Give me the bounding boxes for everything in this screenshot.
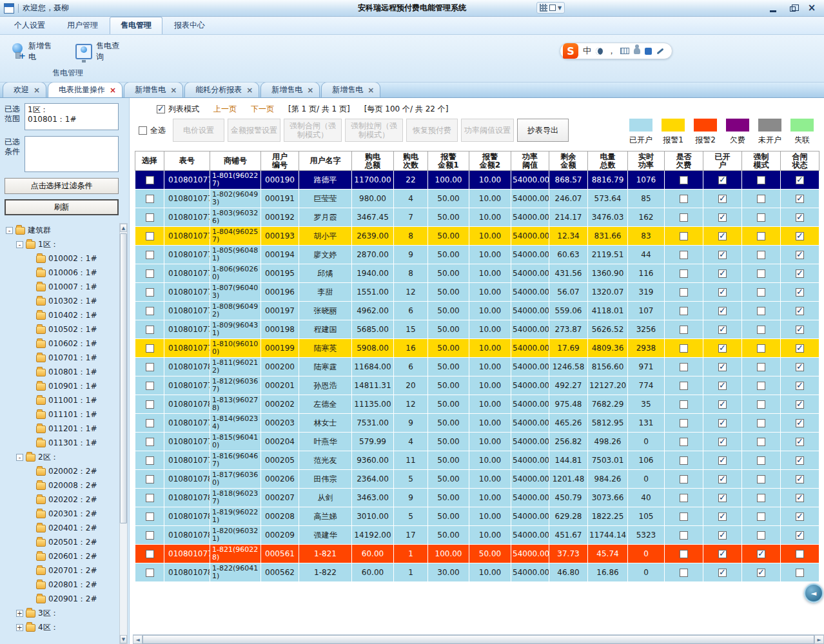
row-select-checkbox[interactable] (146, 569, 154, 577)
tree-node[interactable]: + 4区： (5, 620, 119, 634)
close-button[interactable]: × (803, 2, 820, 15)
forced-mode-checkbox[interactable] (757, 195, 765, 203)
arrears-checkbox[interactable] (680, 419, 688, 427)
table-row[interactable]: 010801077D1-814(960234)000203林女士7531.009… (135, 414, 819, 433)
document-tab[interactable]: 能耗分析报表 × (184, 82, 259, 97)
opened-checkbox[interactable] (718, 363, 727, 371)
switch-state-checkbox[interactable] (796, 400, 804, 409)
arrears-checkbox[interactable] (680, 363, 688, 371)
table-row[interactable]: 01080107761-803(960326)000192罗月霞3467.457… (135, 208, 819, 227)
switch-state-checkbox[interactable] (796, 251, 804, 259)
tree-node[interactable]: 020501：2# (5, 535, 119, 549)
action-button[interactable]: 强制合闸（强制模式） (284, 119, 342, 142)
tree-scrollbar-track[interactable] (120, 232, 127, 635)
arrears-checkbox[interactable] (680, 382, 688, 390)
document-tab[interactable]: 新增售电 × (260, 82, 320, 97)
forced-mode-checkbox[interactable] (757, 569, 765, 577)
row-select-checkbox[interactable] (146, 326, 154, 334)
document-tab[interactable]: 新增售电 × (124, 82, 183, 97)
forced-mode-checkbox[interactable] (757, 344, 765, 353)
switch-state-checkbox[interactable] (796, 550, 804, 558)
ime-punctuation[interactable]: ， (607, 45, 616, 57)
ime-chinese-mode[interactable]: 中 (583, 45, 591, 57)
arrears-checkbox[interactable] (680, 326, 688, 334)
tree-node[interactable]: 020401：2# (5, 521, 119, 535)
forced-mode-checkbox[interactable] (757, 288, 765, 297)
tree-node[interactable]: 010006：1# (5, 266, 119, 280)
ime-toolbar[interactable]: S 中 ， (560, 43, 672, 59)
arrears-checkbox[interactable] (680, 475, 688, 483)
row-select-checkbox[interactable] (146, 307, 154, 315)
arrears-checkbox[interactable] (680, 550, 688, 558)
switch-state-checkbox[interactable] (796, 569, 804, 577)
table-row[interactable]: 01080107741-801(960227)000190路德平11700.00… (135, 171, 819, 190)
select-all-toggle[interactable]: 全选 (139, 125, 166, 136)
tab-close-icon[interactable]: × (307, 86, 313, 95)
opened-checkbox[interactable] (718, 569, 727, 577)
forced-mode-checkbox[interactable] (757, 326, 765, 334)
row-select-checkbox[interactable] (146, 494, 154, 502)
opened-checkbox[interactable] (718, 475, 727, 483)
forced-mode-checkbox[interactable] (757, 363, 765, 371)
table-row[interactable]: 01080107791-821(960228)0005611-82160.001… (135, 545, 819, 563)
opened-checkbox[interactable] (718, 512, 727, 521)
tree-node[interactable]: 011001：1# (5, 393, 119, 407)
arrears-checkbox[interactable] (680, 438, 688, 446)
opened-checkbox[interactable] (718, 438, 727, 446)
action-button[interactable]: 电价设置 (173, 119, 224, 142)
opened-checkbox[interactable] (718, 232, 727, 240)
tree-expander-icon[interactable]: - (16, 454, 23, 461)
forced-mode-checkbox[interactable] (757, 550, 765, 558)
wrench-icon[interactable] (656, 48, 663, 54)
forced-mode-checkbox[interactable] (757, 456, 765, 465)
forced-mode-checkbox[interactable] (757, 269, 765, 278)
arrears-checkbox[interactable] (680, 213, 688, 222)
table-row[interactable]: 01080107861-819(960221)000208高兰娣3010.005… (135, 507, 819, 526)
document-tab[interactable]: 新增售电 × (321, 82, 380, 97)
tree-expander-icon[interactable]: + (16, 610, 23, 617)
dropdown-arrow-icon[interactable]: ▼ (558, 5, 562, 11)
table-row[interactable]: 01080107841-822(960411)0005621-82260.001… (135, 563, 819, 582)
keyboard-icon[interactable] (620, 48, 629, 54)
list-mode-checkbox[interactable] (157, 105, 165, 113)
action-button[interactable]: 抄表导出 (517, 119, 569, 142)
row-select-checkbox[interactable] (146, 531, 154, 540)
table-row[interactable]: 01080107811-818(960237)000207从剑3463.0095… (135, 489, 819, 507)
prev-page-link[interactable]: 上一页 (213, 104, 237, 115)
table-row[interactable]: 01080107751-802(960493)000191巨莹莹980.0045… (135, 190, 819, 208)
person-icon[interactable] (634, 48, 640, 54)
row-select-checkbox[interactable] (146, 419, 154, 427)
sale-query-button[interactable]: 售电查询 (72, 39, 130, 64)
collapse-panel-button[interactable]: ◄ (804, 583, 823, 603)
opened-checkbox[interactable] (718, 400, 727, 409)
sogou-logo-icon[interactable]: S (563, 43, 578, 59)
opened-checkbox[interactable] (718, 213, 727, 222)
opened-checkbox[interactable] (718, 326, 727, 334)
opened-checkbox[interactable] (718, 382, 727, 390)
opened-checkbox[interactable] (718, 251, 727, 259)
table-row[interactable]: 01080107721-807(960403)000196李甜1551.0012… (135, 283, 819, 302)
minimize-button[interactable] (765, 2, 781, 15)
switch-state-checkbox[interactable] (796, 195, 804, 203)
action-button[interactable]: 恢复预付费 (406, 119, 458, 142)
tree-node[interactable]: 020801：2# (5, 578, 119, 592)
tree-node[interactable]: 020901：2# (5, 592, 119, 606)
horizontal-scrollbar[interactable]: ◄ ► (133, 634, 824, 644)
refresh-button[interactable]: 刷新 (5, 199, 119, 215)
scroll-left-arrow[interactable]: ◄ (133, 635, 142, 644)
table-row[interactable]: 010801077A1-809(960431)000198程建国5685.001… (135, 320, 819, 339)
tree-expander-icon[interactable]: + (16, 624, 23, 631)
forced-mode-checkbox[interactable] (757, 512, 765, 521)
row-select-checkbox[interactable] (146, 213, 154, 222)
moon-icon[interactable] (596, 48, 603, 55)
tab-close-icon[interactable]: × (246, 86, 253, 95)
table-row[interactable]: 010801077B1-816(960467)000205范光友9360.001… (135, 451, 819, 470)
forced-mode-checkbox[interactable] (757, 251, 765, 259)
tree-node[interactable]: 020301：2# (5, 507, 119, 521)
table-row[interactable]: 01080107771-804(960257)000193胡小平2639.008… (135, 227, 819, 246)
row-select-checkbox[interactable] (146, 550, 154, 558)
filter-select-button[interactable]: 点击选择过滤条件 (5, 178, 119, 194)
table-row[interactable]: 01080107731-806(960260)000195邱燏1940.0085… (135, 264, 819, 283)
toolbox-icon[interactable] (645, 48, 652, 55)
forced-mode-checkbox[interactable] (757, 494, 765, 502)
